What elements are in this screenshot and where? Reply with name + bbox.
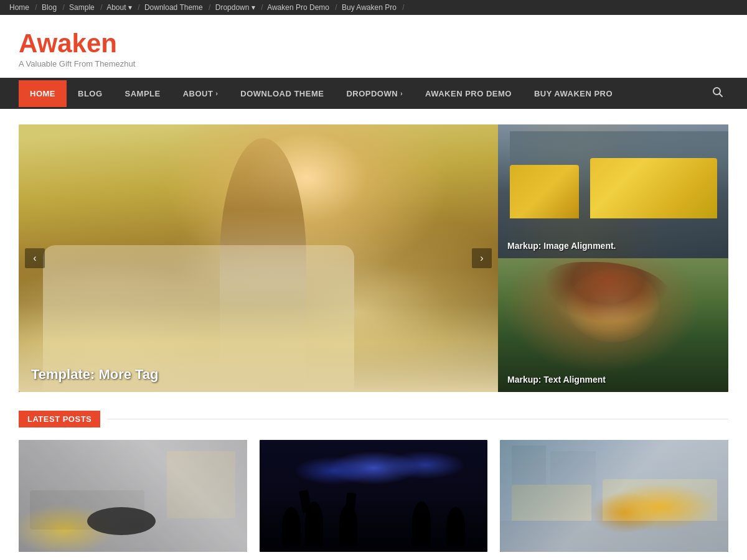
- posts-grid: [19, 440, 728, 552]
- topbar-dropdown[interactable]: Dropdown ▾: [215, 3, 255, 12]
- post-card-2: [260, 440, 488, 552]
- nav-item-home[interactable]: HOME: [19, 80, 67, 107]
- dropdown-arrow-icon: ›: [400, 90, 403, 97]
- post2-light-3: [385, 451, 464, 479]
- nav-item-sample[interactable]: SAMPLE: [114, 80, 172, 107]
- latest-posts-label: LATEST POSTS: [19, 411, 100, 427]
- latest-posts-section: LATEST POSTS: [19, 411, 728, 552]
- post1-bg: [19, 440, 247, 552]
- separator: /: [209, 3, 210, 12]
- post-card-3: [500, 440, 728, 552]
- section-heading: LATEST POSTS: [19, 411, 728, 427]
- post-image-2: [260, 440, 488, 552]
- nav-item-about[interactable]: ABOUT ›: [172, 80, 230, 107]
- nav-items-container: HOME BLOG SAMPLE ABOUT › DOWNLOAD THEME …: [19, 80, 707, 107]
- side-panels: Markup: Image Alignment. Markup: Text Al…: [498, 124, 728, 392]
- about-arrow-icon: ›: [215, 90, 218, 97]
- topbar-awaken-pro-demo[interactable]: Awaken Pro Demo: [267, 3, 329, 12]
- post-thumb-3: [500, 440, 728, 552]
- post3-taxi: [603, 479, 716, 524]
- side-panel-top: Markup: Image Alignment.: [498, 124, 728, 258]
- post-image-3: [500, 440, 728, 552]
- topbar-about[interactable]: About ▾: [106, 3, 132, 12]
- nav-item-dropdown[interactable]: DROPDOWN ›: [335, 80, 414, 107]
- content-area: ‹ › Template: More Tag Markup: Image Ali…: [0, 109, 747, 560]
- topbar-sample[interactable]: Sample: [69, 3, 95, 12]
- post-thumb-1: [19, 440, 247, 552]
- road: [500, 521, 728, 552]
- building1: [512, 446, 546, 524]
- separator: /: [35, 3, 37, 12]
- slider-caption: Template: More Tag: [31, 366, 159, 383]
- post-thumb-2: [260, 440, 488, 552]
- slider-next-button[interactable]: ›: [472, 248, 492, 268]
- separator: /: [402, 3, 404, 12]
- site-title[interactable]: Awaken: [19, 30, 728, 57]
- top-bar: Home / Blog / Sample / About ▾ / Downloa…: [0, 0, 747, 15]
- search-icon[interactable]: [707, 78, 728, 109]
- topbar-download-theme[interactable]: Download Theme: [144, 3, 203, 12]
- taxi-2: [510, 165, 579, 218]
- crowd1: [282, 507, 300, 546]
- nav-item-awaken-pro-demo[interactable]: AWAKEN PRO DEMO: [414, 80, 523, 107]
- post3-bg: [500, 440, 728, 552]
- side-panel-bottom: Markup: Text Alignment: [498, 258, 728, 392]
- building2: [550, 451, 596, 524]
- separator: /: [62, 3, 64, 12]
- post3-taxi2: [512, 485, 591, 524]
- separator: /: [138, 3, 139, 12]
- slider-prev-button[interactable]: ‹: [25, 248, 45, 268]
- post2-light-2: [294, 457, 374, 485]
- svg-line-1: [720, 94, 723, 97]
- nav-item-blog[interactable]: BLOG: [67, 80, 114, 107]
- taxi-1: [590, 158, 717, 218]
- post1-yellow-accent: [167, 451, 235, 518]
- side-panel-bottom-caption: Markup: Text Alignment: [507, 375, 606, 385]
- main-nav: HOME BLOG SAMPLE ABOUT › DOWNLOAD THEME …: [0, 78, 747, 109]
- crowd4: [412, 502, 430, 546]
- nav-item-download-theme[interactable]: DOWNLOAD THEME: [229, 80, 335, 107]
- crowd5: [446, 507, 464, 546]
- hand2: [345, 492, 356, 513]
- separator: /: [100, 3, 102, 12]
- topbar-buy-awaken-pro[interactable]: Buy Awaken Pro: [342, 3, 397, 12]
- site-header: Awaken A Valuable Gift From Themezhut: [0, 15, 747, 78]
- separator: /: [335, 3, 337, 12]
- post1-headphones: [87, 507, 156, 535]
- topbar-blog[interactable]: Blog: [42, 3, 57, 12]
- side-panel-top-caption: Markup: Image Alignment.: [507, 241, 616, 251]
- post-image-1: [19, 440, 247, 552]
- slider-image: [19, 124, 498, 392]
- nav-item-buy-awaken-pro[interactable]: BUY AWAKEN PRO: [523, 80, 624, 107]
- site-tagline: A Valuable Gift From Themezhut: [19, 59, 728, 68]
- post-card-1: [19, 440, 247, 552]
- topbar-home[interactable]: Home: [9, 3, 29, 12]
- main-slider: ‹ › Template: More Tag: [19, 124, 498, 392]
- featured-area: ‹ › Template: More Tag Markup: Image Ali…: [19, 124, 728, 392]
- separator: /: [261, 3, 263, 12]
